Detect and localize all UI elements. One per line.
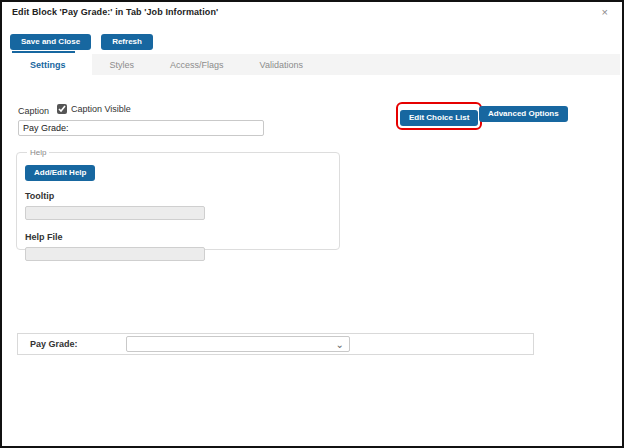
add-edit-help-button[interactable]: Add/Edit Help bbox=[25, 165, 95, 181]
edit-block-dialog: Edit Block 'Pay Grade:' in Tab 'Job Info… bbox=[0, 0, 624, 448]
pay-grade-dropdown[interactable]: ⌄ bbox=[126, 336, 350, 352]
caption-label: Caption bbox=[18, 106, 49, 116]
refresh-button[interactable]: Refresh bbox=[101, 34, 153, 50]
tab-settings[interactable]: Settings bbox=[4, 54, 92, 75]
edit-choice-list-button[interactable]: Edit Choice List bbox=[400, 110, 478, 126]
tab-access-flags[interactable]: Access/Flags bbox=[152, 54, 242, 75]
tooltip-label: Tooltip bbox=[25, 191, 331, 201]
save-and-close-button[interactable]: Save and Close bbox=[10, 34, 91, 50]
help-file-input bbox=[25, 247, 205, 261]
toolbar: Save and Close Refresh bbox=[10, 34, 153, 50]
caption-input[interactable] bbox=[18, 120, 264, 136]
advanced-options-button[interactable]: Advanced Options bbox=[479, 106, 568, 122]
help-section: Help Add/Edit Help Tooltip Help File bbox=[16, 148, 340, 250]
highlight-annotation: Edit Choice List bbox=[396, 102, 482, 130]
help-file-label: Help File bbox=[25, 232, 331, 242]
caption-visible-group: Caption Visible bbox=[57, 104, 131, 114]
dialog-title: Edit Block 'Pay Grade:' in Tab 'Job Info… bbox=[12, 7, 218, 17]
preview-field-label: Pay Grade: bbox=[30, 334, 78, 354]
caption-visible-checkbox[interactable] bbox=[57, 104, 67, 114]
caption-visible-label: Caption Visible bbox=[71, 104, 131, 114]
tab-validations[interactable]: Validations bbox=[242, 54, 321, 75]
tooltip-input bbox=[25, 206, 205, 220]
field-preview-row: Pay Grade: ⌄ bbox=[17, 333, 534, 355]
tab-bar: Settings Styles Access/Flags Validations bbox=[4, 54, 620, 75]
close-icon[interactable]: × bbox=[602, 7, 608, 18]
save-and-close-underline bbox=[12, 51, 75, 53]
help-legend: Help bbox=[27, 148, 49, 157]
chevron-down-icon: ⌄ bbox=[336, 338, 344, 352]
tab-styles[interactable]: Styles bbox=[92, 54, 153, 75]
